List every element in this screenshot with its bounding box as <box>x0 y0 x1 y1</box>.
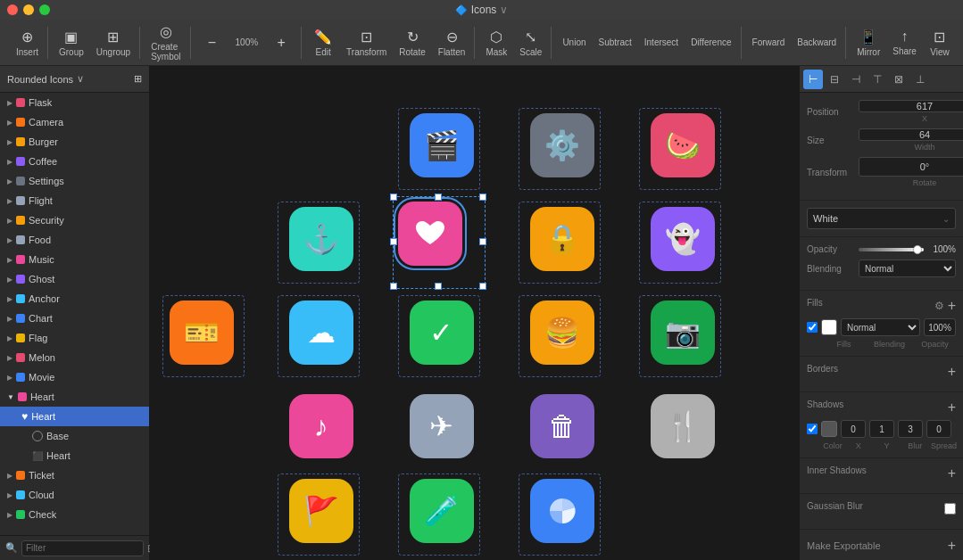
tab-align-bottom[interactable]: ⊥ <box>910 70 930 89</box>
canvas-area[interactable]: 🎬 ⚙️ 🍉 ⚓ <box>150 66 799 560</box>
sidebar-item-heart-selected[interactable]: ♥ Heart <box>0 407 149 426</box>
union-button[interactable]: Union <box>557 27 591 59</box>
fill-opacity-input[interactable] <box>924 318 956 336</box>
size-width-input[interactable] <box>859 128 963 141</box>
tab-align-center-h[interactable]: ⊟ <box>825 70 844 89</box>
sidebar-item-food[interactable]: ▶ Food <box>0 230 149 250</box>
mask-button[interactable]: ⬡ Mask <box>480 27 512 59</box>
food-icon-container[interactable]: 🍴 <box>651 394 715 458</box>
security-icon-container[interactable]: 🔒 <box>530 207 594 271</box>
sidebar-item-music[interactable]: ▶ Music <box>0 250 149 269</box>
make-exportable-button[interactable]: Make Exportable + <box>807 539 956 553</box>
chart-icon-container[interactable] <box>530 479 594 543</box>
gear-icon[interactable]: ⚙ <box>934 300 944 312</box>
intersect-button[interactable]: Intersect <box>639 27 684 59</box>
rotate-input[interactable] <box>859 157 963 177</box>
music-icon-container[interactable]: ♪ <box>289 394 353 458</box>
shadow-y-input[interactable] <box>869 420 894 438</box>
sidebar-item-melon[interactable]: ▶ Melon <box>0 348 149 367</box>
opacity-slider[interactable] <box>859 248 924 251</box>
zoom-out-button[interactable]: − <box>196 27 228 59</box>
flatten-button[interactable]: ⊖ Flatten <box>433 27 471 59</box>
gaussian-blur-checkbox[interactable] <box>944 503 956 515</box>
add-export-button[interactable]: + <box>948 539 956 553</box>
sidebar-item-flag[interactable]: ▶ Flag <box>0 328 149 348</box>
sidebar-item-coffee[interactable]: ▶ Coffee <box>0 152 149 171</box>
tab-align-top[interactable]: ⊤ <box>868 70 887 89</box>
shadow-spread-input[interactable] <box>926 420 951 438</box>
camera-icon-container[interactable]: 📷 <box>651 301 715 365</box>
ungroup-button[interactable]: ⊞ Ungroup <box>91 27 136 59</box>
mirror-button[interactable]: 📱 Mirror <box>851 27 885 59</box>
add-shadow-button[interactable]: + <box>948 400 956 415</box>
blending-select[interactable]: Normal <box>859 259 956 277</box>
sidebar-item-heart-folder[interactable]: ▼ Heart <box>0 387 149 407</box>
ticket-icon-container[interactable]: 🎫 <box>170 301 234 365</box>
fullscreen-button[interactable] <box>39 4 50 15</box>
minimize-button[interactable] <box>23 4 34 15</box>
flag-icon-container[interactable]: 🚩 <box>289 479 353 543</box>
settings-icon-container[interactable]: ⚙️ <box>530 113 594 177</box>
export-button[interactable]: ↓ Export <box>958 27 963 59</box>
cloud-icon-container[interactable]: ☁ <box>289 301 353 365</box>
sidebar-item-check[interactable]: ▶ Check <box>0 505 149 524</box>
sidebar-item-ghost[interactable]: ▶ Ghost <box>0 269 149 289</box>
anchor-icon-container[interactable]: ⚓ <box>289 207 353 271</box>
tab-align-right[interactable]: ⊣ <box>846 70 866 89</box>
sidebar-item-base[interactable]: Base <box>0 426 149 446</box>
rotate-button[interactable]: ↻ Rotate <box>394 27 430 59</box>
sidebar-item-flask[interactable]: ▶ Flask <box>0 93 149 112</box>
melon-icon-container[interactable]: 🍉 <box>651 113 715 177</box>
close-button[interactable] <box>7 4 18 15</box>
sidebar-item-movie[interactable]: ▶ Movie <box>0 367 149 387</box>
sidebar-item-camera[interactable]: ▶ Camera <box>0 112 149 132</box>
sidebar-header[interactable]: Rounded Icons ∨ ⊞ <box>0 66 149 93</box>
fill-enabled-checkbox[interactable] <box>807 322 818 333</box>
sidebar-options-button[interactable]: ⊞ <box>134 73 142 85</box>
sidebar-item-chart[interactable]: ▶ Chart <box>0 309 149 328</box>
tab-align-center-v[interactable]: ⊠ <box>889 70 909 89</box>
sidebar-item-heart-sub[interactable]: ⬛ Heart <box>0 446 149 465</box>
shadow-color-box[interactable] <box>821 421 837 437</box>
shadow-enabled-checkbox[interactable] <box>807 424 818 434</box>
fill-blending-select[interactable]: Normal <box>841 318 920 336</box>
add-inner-shadow-button[interactable]: + <box>948 466 956 481</box>
sidebar-item-settings[interactable]: ▶ Settings <box>0 171 149 191</box>
difference-button[interactable]: Difference <box>685 27 736 59</box>
add-fill-button[interactable]: + <box>948 299 956 313</box>
view-button[interactable]: ⊡ View <box>924 27 956 59</box>
insert-button[interactable]: ⊕ Insert <box>11 27 44 59</box>
shadow-blur-input[interactable] <box>898 420 923 438</box>
flask-icon-container[interactable]: 🧪 <box>410 479 474 543</box>
edit-button[interactable]: ✏️ Edit <box>307 27 339 59</box>
share-button[interactable]: ↑ Share <box>887 27 922 59</box>
zoom-in-button[interactable]: + <box>265 27 297 59</box>
sidebar-item-anchor[interactable]: ▶ Anchor <box>0 289 149 309</box>
ghost-icon-container[interactable]: 👻 <box>651 207 715 271</box>
create-symbol-button[interactable]: ◎ Create Symbol <box>145 27 186 59</box>
sidebar-item-flight[interactable]: ▶ Flight <box>0 191 149 210</box>
coffee-icon-container[interactable]: 🗑 <box>530 394 594 458</box>
backward-button[interactable]: Backward <box>792 27 842 59</box>
add-border-button[interactable]: + <box>948 365 956 379</box>
sidebar-item-burger[interactable]: ▶ Burger <box>0 132 149 152</box>
check-icon-container[interactable]: ✓ <box>410 301 474 365</box>
burger-icon-container[interactable]: 🍔 <box>530 301 594 365</box>
heart-icon-container[interactable] <box>398 202 462 266</box>
zoom-level-button[interactable]: 100% <box>230 27 264 59</box>
filter-input[interactable] <box>21 540 144 556</box>
sidebar-item-ticket[interactable]: ▶ Ticket <box>0 465 149 485</box>
color-selector[interactable]: White ⌄ <box>807 208 956 229</box>
scale-button[interactable]: ⤡ Scale <box>514 27 547 59</box>
subtract-button[interactable]: Subtract <box>594 27 637 59</box>
shadow-x-input[interactable] <box>841 420 866 438</box>
sidebar-item-security[interactable]: ▶ Security <box>0 210 149 230</box>
tab-align-left[interactable]: ⊢ <box>803 70 823 89</box>
group-button[interactable]: ▣ Group <box>54 27 89 59</box>
movie-icon-container[interactable]: 🎬 <box>410 113 474 177</box>
position-x-input[interactable] <box>859 100 963 112</box>
sidebar-item-cloud[interactable]: ▶ Cloud <box>0 485 149 505</box>
forward-button[interactable]: Forward <box>747 27 791 59</box>
transform-button[interactable]: ⊡ Transform <box>341 27 392 59</box>
fill-color-box[interactable] <box>821 319 837 335</box>
